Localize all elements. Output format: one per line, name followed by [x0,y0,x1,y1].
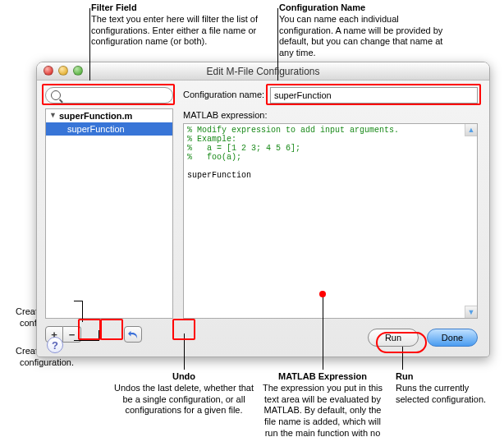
callout-expr-title: MATLAB Expression [261,371,384,383]
search-icon [51,90,61,100]
filter-field[interactable] [45,87,173,104]
matlab-expression-text: % Modify expression to add input argumen… [187,126,462,316]
tree-file-row[interactable]: superFunction.m [46,109,172,122]
done-button-label: Done [442,333,463,343]
run-button[interactable]: Run [368,329,419,347]
minimize-icon[interactable] [58,66,68,76]
configuration-name-label: Configuration name: [183,90,264,99]
undo-button[interactable] [124,326,142,343]
tree-toolbar: + − [45,324,173,345]
callout-run-desc: Runs the currently selected configuratio… [396,383,499,406]
matlab-expression-label: MATLAB expression: [183,110,268,120]
window-title: Edit M-File Configurations [206,66,319,77]
undo-icon [127,329,139,339]
help-button[interactable]: ? [47,337,63,353]
callout-undo-desc: Undos the last delete, whether that be a… [110,383,258,416]
edit-configurations-window: Edit M-File Configurations superFunction… [36,62,490,357]
matlab-expression-textarea[interactable]: ▲ ▼ % Modify expression to add input arg… [183,123,478,319]
filter-input[interactable] [64,90,167,100]
scroll-down-icon[interactable]: ▼ [465,306,477,318]
zoom-icon[interactable] [73,66,83,76]
tree-config-row[interactable]: superFunction [46,122,172,136]
tree-config-label: superFunction [67,124,125,134]
done-button[interactable]: Done [427,329,478,347]
tree-file-label: superFunction.m [59,111,132,121]
minus-icon: − [69,329,76,341]
run-button-label: Run [385,333,401,343]
callout-run-title: Run [396,371,499,383]
scroll-up-icon[interactable]: ▲ [465,124,477,136]
configuration-tree[interactable]: superFunction.m superFunction [45,108,173,319]
callout-cfgname-desc: You can name each individual configurati… [279,14,451,59]
callout-undo-title: Undo [110,371,258,383]
callout-filter-title: Filter Field [91,2,265,14]
help-icon: ? [52,339,58,352]
callout-expr-desc: The expression you put in this text area… [261,383,384,437]
close-icon[interactable] [44,66,53,76]
configuration-name-input[interactable] [270,87,478,104]
callout-cfgname-title: Configuration Name [279,2,451,14]
window-titlebar: Edit M-File Configurations [37,62,489,80]
callout-filter-desc: The text you enter here will filter the … [91,14,265,48]
